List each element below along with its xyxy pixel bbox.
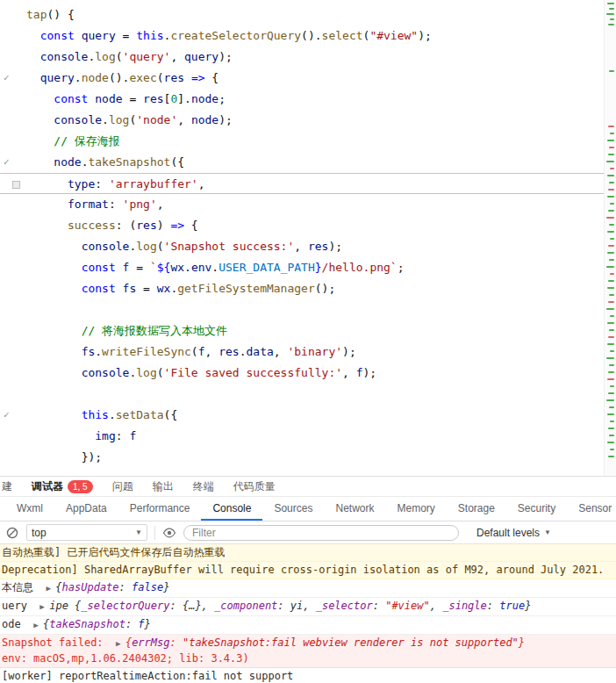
minimap-mark [608,24,614,25]
minimap-mark [609,406,614,408]
code-line[interactable]: const fs = wx.getFileSystemManager(); [0,278,604,299]
console-message[interactable]: Snapshot failed: ▶ {errMsg: "takeSnapsho… [0,635,616,668]
code-line[interactable]: const query = this.createSelectorQuery()… [0,25,604,47]
code-line[interactable]: type: 'arraybuffer', [0,173,604,194]
console-message-line: ode ▶ {takeSnapshot: f} [2,618,611,632]
minimap-mark [608,210,614,212]
eye-icon[interactable] [162,526,176,540]
code-line[interactable]: img: f [0,426,604,447]
code-line[interactable]: ✓ query.node().exec(res => { [0,68,604,89]
code-line[interactable]: console.log('Snapshot success:', res); [0,236,604,257]
minimap-mark [610,133,614,134]
minimap-mark [610,385,614,387]
devtools-tab-memory[interactable]: Memory [385,497,446,521]
minimap-mark [606,161,614,162]
panel-tab-5[interactable]: 代码质量 [224,479,285,494]
code-line[interactable]: // 将海报数据写入本地文件 [0,320,604,342]
gutter [0,47,26,68]
devtools-tab-console[interactable]: Console [201,497,262,521]
console-message[interactable]: 自动热重载] 已开启代码文件保存后自动热重载 [0,544,616,562]
minimap-mark [608,280,614,282]
minimap-mark [608,245,614,247]
minimap-mark [607,343,614,345]
devtools-tabbar: WxmlAppDataPerformanceConsoleSourcesNetw… [0,497,616,521]
minimap-mark [609,294,614,296]
filter-input[interactable] [183,525,459,541]
minimap-mark [609,435,614,436]
minimap-mark [607,287,614,289]
panel-tab-3[interactable]: 输出 [143,479,183,494]
minimap-mark [608,154,614,155]
minimap-mark [610,18,614,20]
code-line[interactable]: success: (res) => { [0,215,604,236]
code-line[interactable]: ✓ this.setData({ [0,405,604,426]
minimap-mark [610,350,614,352]
code-text: fs.writeFileSync(f, res.data, 'binary'); [26,342,356,363]
minimap-mark [610,449,614,450]
gutter [0,25,26,47]
panel-tab-0[interactable]: 建 [0,479,22,494]
devtools-tab-sensor[interactable]: Sensor [567,497,616,521]
code-text: node.takeSnapshot({ [26,152,184,173]
code-line[interactable]: const node = res[0].node; [0,89,604,110]
log-levels-dropdown[interactable]: Default levels ▼ [476,527,551,539]
gutter-check-icon: ✓ [0,68,26,89]
code-line[interactable]: console.log('query', query); [0,47,604,68]
console-toolbar: top ▼ Default levels ▼ [0,521,616,544]
gutter [0,89,26,110]
code-line[interactable]: ✓ node.takeSnapshot({ [0,152,604,173]
minimap-mark [606,266,614,268]
minimap-mark [607,175,614,176]
context-selector-value: top [32,527,47,539]
console-message[interactable]: 本信息 ▶ {hasUpdate: false} [0,579,616,598]
code-line[interactable]: fs.writeFileSync(f, res.data, 'binary'); [0,342,604,363]
log-levels-label: Default levels [476,527,540,539]
devtools-tab-security[interactable]: Security [506,497,567,521]
minimap-mark [608,126,614,127]
minimap-mark [609,70,614,72]
code-line[interactable]: tap() { [0,4,604,25]
devtools-tab-sources[interactable]: Sources [262,497,324,521]
code-line[interactable]: // 保存海报 [0,131,604,152]
devtools-tab-storage[interactable]: Storage [447,497,506,521]
devtools-tab-appdata[interactable]: AppData [54,497,118,521]
console-message[interactable]: uery ▶ ipe {_selectorQuery: {…}, _compon… [0,598,616,616]
devtools-tab-performance[interactable]: Performance [118,497,202,521]
code-line[interactable] [0,384,604,405]
console-message[interactable]: ode ▶ {takeSnapshot: f} [0,616,616,635]
minimap-mark [606,13,614,15]
console-message[interactable]: Deprecation] SharedArrayBuffer will requ… [0,562,616,579]
context-selector[interactable]: top ▼ [26,524,147,541]
clear-console-icon[interactable] [5,526,19,540]
code-line[interactable]: format: 'png', [0,194,604,215]
devtools-tab-wxml[interactable]: Wxml [5,497,54,521]
devtools-tab-network[interactable]: Network [324,497,385,521]
panel-tab-1[interactable]: 调试器1, 5 [22,479,103,494]
code-text: console.log('node', node); [26,110,233,131]
minimap[interactable] [604,0,616,476]
minimap-mark [610,273,614,275]
minimap-mark [608,428,614,429]
code-text: const node = res[0].node; [26,89,226,110]
code-text: success: (res) => { [26,215,198,236]
code-line[interactable]: }); [0,447,604,468]
code-editor[interactable]: tap() { const query = this.createSelecto… [0,0,616,476]
minimap-mark [609,259,614,261]
toolbar-divider [154,526,155,540]
gutter-check-icon: ✓ [0,152,26,173]
panel-tab-4[interactable]: 终端 [183,479,224,494]
console-message-line: Deprecation] SharedArrayBuffer will requ… [2,564,611,577]
console-message-line: Snapshot failed: ▶ {errMsg: "takeSnapsho… [2,636,611,651]
code-line[interactable]: console.log('File saved successfully:', … [0,363,604,384]
console-message[interactable]: [worker] reportRealtimeAction:fail not s… [0,668,616,683]
minimap-mark [608,371,614,373]
code-line[interactable]: console.log('node', node); [0,110,604,131]
console-message-line: [worker] reportRealtimeAction:fail not s… [2,670,611,683]
minimap-mark [607,3,614,4]
console-messages: 自动热重载] 已开启代码文件保存后自动热重载Deprecation] Share… [0,544,616,683]
code-line[interactable]: const f = `${wx.env.USER_DATA_PATH}/hell… [0,257,604,278]
code-text: }); [26,447,102,468]
code-line[interactable] [0,299,604,320]
gutter [0,236,26,257]
panel-tab-2[interactable]: 问题 [103,479,143,494]
